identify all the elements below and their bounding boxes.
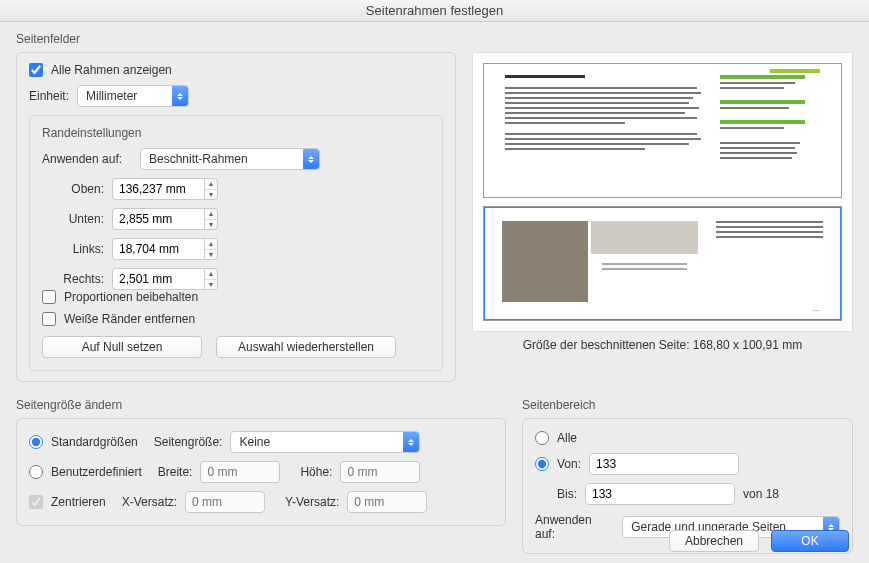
bottom-stepper[interactable]: ▲▼	[204, 208, 218, 230]
show-all-frames-checkbox[interactable]	[29, 63, 43, 77]
preview-page-top	[483, 63, 842, 198]
right-label: Rechts:	[42, 272, 104, 286]
pagesize-label: Seitengröße:	[154, 435, 223, 449]
reset-zero-button[interactable]: Auf Null setzen	[42, 336, 202, 358]
margin-settings-group: Randeinstellungen Anwenden auf: Beschnit…	[29, 115, 443, 371]
to-input[interactable]	[585, 483, 735, 505]
top-label: Oben:	[42, 182, 104, 196]
cropped-size-label: Größe der beschnittenen Seite: 168,80 x …	[472, 338, 853, 352]
bottom-label: Unten:	[42, 212, 104, 226]
yoffset-label: Y-Versatz:	[285, 495, 339, 509]
seitenfelder-group: Alle Rahmen anzeigen Einheit: Millimeter…	[16, 52, 456, 382]
left-input[interactable]	[112, 238, 204, 260]
of-label: von 18	[743, 487, 779, 501]
page-preview: ---	[472, 52, 853, 332]
from-input[interactable]	[589, 453, 739, 475]
top-input[interactable]	[112, 178, 204, 200]
restore-selection-button[interactable]: Auswahl wiederherstellen	[216, 336, 396, 358]
chevron-updown-icon	[403, 432, 419, 452]
cancel-button[interactable]: Abbrechen	[669, 530, 759, 552]
unit-select-value: Millimeter	[86, 89, 157, 103]
left-label: Links:	[42, 242, 104, 256]
remove-white-label: Weiße Ränder entfernen	[64, 312, 195, 326]
from-radio[interactable]	[535, 457, 549, 471]
remove-white-checkbox[interactable]	[42, 312, 56, 326]
apply-to-label: Anwenden auf:	[42, 152, 132, 166]
all-pages-radio[interactable]	[535, 431, 549, 445]
center-label: Zentrieren	[51, 495, 106, 509]
height-label: Höhe:	[300, 465, 332, 479]
height-input	[340, 461, 420, 483]
right-input[interactable]	[112, 268, 204, 290]
right-stepper[interactable]: ▲▼	[204, 268, 218, 290]
bottom-input[interactable]	[112, 208, 204, 230]
chevron-updown-icon	[303, 149, 319, 169]
unit-label: Einheit:	[29, 89, 69, 103]
preview-page-bottom: ---	[483, 206, 842, 321]
show-all-frames-label: Alle Rahmen anzeigen	[51, 63, 172, 77]
range-title: Seitenbereich	[522, 398, 853, 412]
apply-to-select[interactable]: Beschnitt-Rahmen	[140, 148, 320, 170]
resize-group: Standardgrößen Seitengröße: Keine Benutz…	[16, 418, 506, 526]
xoffset-label: X-Versatz:	[122, 495, 177, 509]
standard-sizes-label: Standardgrößen	[51, 435, 138, 449]
custom-label: Benutzerdefiniert	[51, 465, 142, 479]
keep-proportions-checkbox[interactable]	[42, 290, 56, 304]
width-input	[200, 461, 280, 483]
window-title: Seitenrahmen festlegen	[0, 0, 869, 22]
custom-radio[interactable]	[29, 465, 43, 479]
standard-sizes-radio[interactable]	[29, 435, 43, 449]
top-stepper[interactable]: ▲▼	[204, 178, 218, 200]
left-stepper[interactable]: ▲▼	[204, 238, 218, 260]
yoffset-input	[347, 491, 427, 513]
xoffset-input	[185, 491, 265, 513]
width-label: Breite:	[158, 465, 193, 479]
chevron-updown-icon	[172, 86, 188, 106]
unit-select[interactable]: Millimeter	[77, 85, 189, 107]
seitenfelder-title: Seitenfelder	[16, 32, 853, 46]
ok-button[interactable]: OK	[771, 530, 849, 552]
pagesize-select[interactable]: Keine	[230, 431, 420, 453]
resize-title: Seitengröße ändern	[16, 398, 506, 412]
margin-settings-title: Randeinstellungen	[42, 126, 430, 140]
range-apply-to-label: Anwenden auf:	[535, 513, 614, 541]
keep-proportions-label: Proportionen beibehalten	[64, 290, 198, 304]
all-pages-label: Alle	[557, 431, 577, 445]
center-checkbox	[29, 495, 43, 509]
from-label: Von:	[557, 457, 581, 471]
to-label: Bis:	[557, 487, 577, 501]
apply-to-select-value: Beschnitt-Rahmen	[149, 152, 268, 166]
pagesize-select-value: Keine	[239, 435, 290, 449]
